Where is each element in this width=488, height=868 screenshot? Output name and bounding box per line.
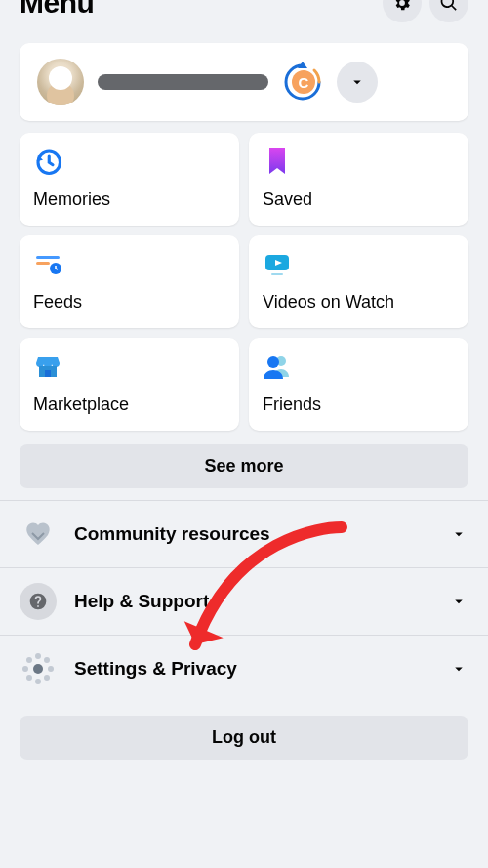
row-label: Community resources <box>74 523 431 545</box>
row-label: Help & Support <box>74 591 431 612</box>
page-title: Menu <box>20 0 94 20</box>
svg-point-14 <box>35 679 41 684</box>
memories-icon <box>33 146 62 176</box>
profile-switch-ring-icon <box>282 62 323 103</box>
tile-label: Videos on Watch <box>263 292 455 312</box>
watch-icon <box>263 249 292 278</box>
search-icon <box>439 0 459 13</box>
search-button[interactable] <box>429 0 468 22</box>
saved-icon <box>263 146 292 176</box>
tile-friends[interactable]: Friends <box>249 338 468 431</box>
tile-feeds[interactable]: Feeds <box>20 235 239 328</box>
row-help-support[interactable]: Help & Support <box>0 568 488 636</box>
expandable-section-list: Community resources Help & Support Setti… <box>0 500 488 702</box>
svg-point-20 <box>44 675 50 681</box>
tile-saved[interactable]: Saved <box>249 133 468 226</box>
row-settings-privacy[interactable]: Settings & Privacy <box>0 636 488 702</box>
tile-videos-on-watch[interactable]: Videos on Watch <box>249 235 468 328</box>
svg-point-12 <box>33 664 43 674</box>
svg-point-16 <box>48 666 54 672</box>
logout-button[interactable]: Log out <box>20 716 468 760</box>
feeds-icon <box>33 249 62 278</box>
handshake-icon <box>20 516 57 553</box>
tile-marketplace[interactable]: Marketplace <box>20 338 239 431</box>
svg-point-15 <box>22 666 28 672</box>
chevron-down-icon <box>348 73 366 91</box>
see-more-button[interactable]: See more <box>20 444 468 488</box>
svg-rect-2 <box>36 256 60 259</box>
svg-rect-9 <box>45 370 51 377</box>
svg-rect-7 <box>271 273 283 275</box>
tile-label: Saved <box>263 189 455 210</box>
svg-rect-3 <box>36 262 50 265</box>
gear-outline-icon <box>20 650 57 687</box>
row-label: Settings & Privacy <box>74 658 431 680</box>
gear-icon <box>392 0 412 13</box>
profile-expand-button[interactable] <box>337 62 378 103</box>
svg-point-13 <box>35 653 41 659</box>
chevron-down-icon <box>449 593 468 610</box>
marketplace-icon <box>33 351 62 381</box>
tile-label: Feeds <box>33 292 225 312</box>
chevron-down-icon <box>449 660 468 678</box>
logout-label: Log out <box>212 727 276 747</box>
row-community-resources[interactable]: Community resources <box>0 501 488 568</box>
friends-icon <box>263 351 292 381</box>
see-more-label: See more <box>204 456 283 475</box>
svg-point-17 <box>26 657 32 663</box>
header-actions <box>383 0 468 22</box>
profile-name-redacted <box>98 74 268 90</box>
settings-gear-button[interactable] <box>383 0 422 22</box>
tile-label: Friends <box>263 394 455 415</box>
tile-memories[interactable]: Memories <box>20 133 239 226</box>
svg-point-11 <box>267 356 279 368</box>
menu-header: Menu <box>0 0 488 25</box>
tile-label: Marketplace <box>33 394 225 415</box>
svg-point-18 <box>44 657 50 663</box>
switch-profile-button[interactable]: C <box>282 62 323 103</box>
svg-point-19 <box>26 675 32 681</box>
shortcut-grid: Memories Saved Feeds Videos on Watch Mar… <box>0 133 488 431</box>
chevron-down-icon <box>449 525 468 543</box>
tile-label: Memories <box>33 189 225 210</box>
question-icon <box>20 583 57 620</box>
profile-card[interactable]: C <box>20 43 468 121</box>
avatar <box>37 59 84 105</box>
